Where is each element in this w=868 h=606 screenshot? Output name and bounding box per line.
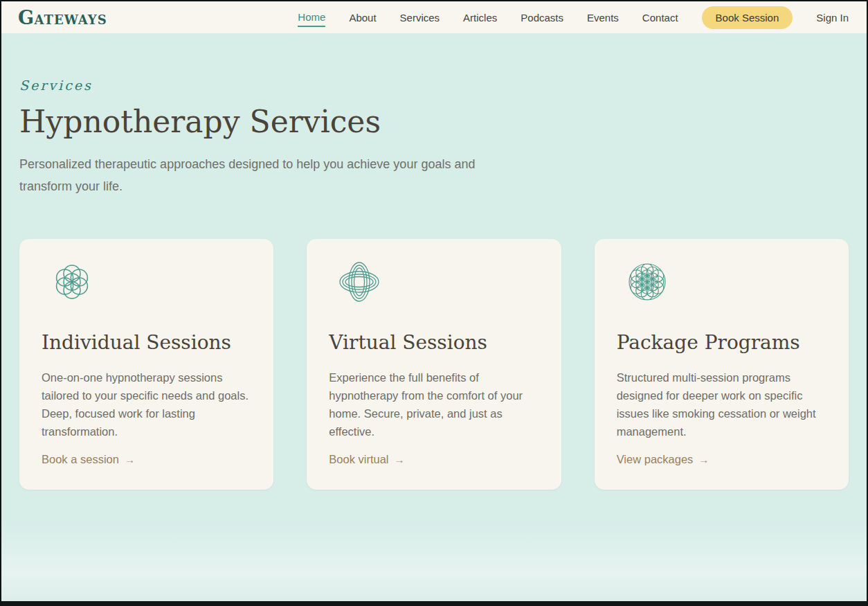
orbit-ellipses-icon [337, 260, 381, 304]
main-nav: Home About Services Articles Podcasts Ev… [298, 6, 849, 29]
arrow-right-icon: → [395, 454, 405, 465]
section-eyebrow: Services [19, 78, 849, 93]
book-session-button[interactable]: Book Session [702, 6, 793, 29]
brand-rest: ATEWAYS [35, 14, 107, 26]
arrow-right-icon: → [125, 454, 135, 465]
card-description: Structured multi-session programs design… [617, 368, 826, 440]
page-title: Hypnotherapy Services [19, 104, 849, 141]
sign-in-link[interactable]: Sign In [816, 8, 849, 27]
nav-item-contact[interactable]: Contact [642, 8, 678, 27]
view-packages-link[interactable]: View packages → [617, 440, 709, 466]
service-card-individual: Individual Sessions One-on-one hypnother… [19, 239, 273, 490]
header: GATEWAYS Home About Services Articles Po… [1, 1, 867, 33]
service-card-virtual: Virtual Sessions Experience the full ben… [307, 239, 561, 490]
services-grid: Individual Sessions One-on-one hypnother… [19, 239, 849, 490]
card-title: Virtual Sessions [329, 330, 487, 355]
card-description: Experience the full benefits of hypnothe… [329, 368, 539, 440]
services-section: Services Hypnotherapy Services Personali… [1, 33, 867, 601]
nav-item-about[interactable]: About [349, 8, 376, 27]
seed-of-life-icon [50, 260, 94, 304]
nav-item-podcasts[interactable]: Podcasts [521, 8, 563, 27]
nav-item-services[interactable]: Services [400, 8, 440, 27]
page: GATEWAYS Home About Services Articles Po… [0, 0, 868, 606]
card-link-label: View packages [617, 453, 694, 466]
flower-of-life-icon [625, 260, 669, 304]
page-subtitle: Personalized therapeutic approaches desi… [19, 153, 476, 197]
book-a-session-link[interactable]: Book a session → [42, 440, 135, 466]
card-title: Package Programs [617, 330, 800, 355]
service-card-packages: Package Programs Structured multi-sessio… [595, 239, 849, 490]
footer-edge [1, 601, 867, 606]
card-link-label: Book a session [42, 453, 119, 466]
card-description: One-on-one hypnotherapy sessions tailore… [42, 368, 251, 440]
card-link-label: Book virtual [329, 453, 388, 466]
nav-item-articles[interactable]: Articles [463, 8, 497, 27]
book-virtual-link[interactable]: Book virtual → [329, 440, 404, 466]
card-title: Individual Sessions [42, 330, 231, 355]
brand-initial: G [18, 8, 35, 27]
brand-logo[interactable]: GATEWAYS [18, 8, 107, 27]
arrow-right-icon: → [698, 454, 709, 465]
nav-item-home[interactable]: Home [298, 8, 325, 27]
nav-item-events[interactable]: Events [587, 8, 619, 27]
